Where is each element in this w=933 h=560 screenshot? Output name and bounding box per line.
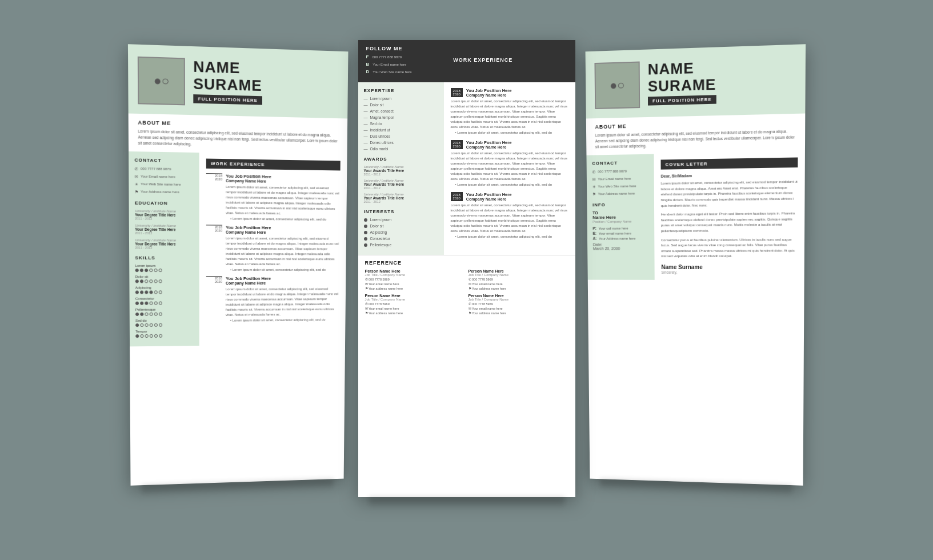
card3-info: INFO TO Name Here Position / Company Nam… <box>592 202 649 251</box>
skill-item: Sed do <box>135 318 194 327</box>
skill-item: Dolor sit <box>135 275 193 283</box>
skill-dot <box>139 280 143 283</box>
skill-dot <box>158 269 162 272</box>
resume-card-2: FOLLOW ME F000 7777 888 9879BYour Email … <box>358 40 575 497</box>
skill-dot <box>145 302 148 305</box>
skill-dot <box>135 334 139 338</box>
skill-dot <box>135 313 139 316</box>
skill-dot <box>154 302 157 305</box>
skill-dot <box>145 269 148 272</box>
interest-item: Consectetur <box>364 237 438 241</box>
skill-dot <box>154 323 157 327</box>
award-item: University / Institute NameYour Awards T… <box>364 193 438 203</box>
card1-education: EDUCATION University / Institute Name Yo… <box>134 201 193 250</box>
skill-dot <box>159 334 162 338</box>
camera-icon-3: ●○ <box>610 78 624 93</box>
award-item: University / Institute NameYour Awards T… <box>364 179 438 190</box>
interest-item: Adipiscing <box>364 230 438 234</box>
contact-email: ✉ Your Email name here <box>134 174 193 181</box>
award-item: University / Institute NameYour Awards T… <box>364 165 438 176</box>
card3-name: NAME SURAME <box>647 59 716 94</box>
expertise-item: —Donec ultrices <box>364 141 438 145</box>
resume-card-3: ●○ NAME SURAME FULL POSITION HERE ABOUT … <box>585 44 806 486</box>
skill-dot <box>154 269 157 272</box>
card3-photo: ●○ <box>594 62 640 109</box>
card1-name-area: NAME SURAME FULL POSITION HERE <box>193 58 262 105</box>
skill-dot <box>135 291 138 294</box>
skill-dot <box>154 313 157 316</box>
contact-phone: ✆ 000 7777 888 9879 <box>134 166 193 173</box>
ref-item: Person Name Here Job Title / Company Nam… <box>365 294 465 315</box>
card3-name-area: NAME SURAME FULL POSITION HERE <box>647 59 716 106</box>
camera-icon: ●○ <box>153 73 169 89</box>
skill-dot <box>149 323 153 327</box>
ref-item: Person Name Here Job Title / Company Nam… <box>468 294 568 315</box>
skill-dot <box>135 323 139 327</box>
card3-about: ABOUT ME Lorem ipsum dolor sit amet, con… <box>586 114 805 155</box>
skill-dot <box>158 323 162 327</box>
follow-item: F000 7777 888 9879 <box>366 54 442 59</box>
skill-dot <box>158 302 162 305</box>
card1-two-col: CONTACT ✆ 000 7777 888 9879 ✉ Your Email… <box>129 151 347 346</box>
skill-item: Consectetur <box>135 297 193 305</box>
skill-dot <box>154 279 157 283</box>
contact-address: ⚑ Your Address name here <box>134 189 193 195</box>
card3-two-col: CONTACT ✆ 000 7777 888 9879 ✉ Your Email… <box>586 151 804 280</box>
card2-follow: FOLLOW ME F000 7777 888 9879BYour Email … <box>366 46 442 77</box>
expertise-item: —Odio morbi <box>364 147 438 151</box>
c2-work-entry: 20182020 You Job Position Here Company N… <box>451 192 568 238</box>
card2-work-header: WORK EXPERIENCE <box>453 57 567 65</box>
expertise-item: —Magna tempor <box>364 115 438 119</box>
skill-dot <box>145 291 148 294</box>
card2-right-panel: 20182020 You Job Position Here Company N… <box>444 82 575 255</box>
pin-icon-3: ⚑ <box>592 193 595 197</box>
skill-dot <box>149 313 153 316</box>
expertise-item: —Duis ultrices <box>364 134 438 138</box>
card1-left-col: CONTACT ✆ 000 7777 888 9879 ✉ Your Email… <box>129 151 199 346</box>
globe-icon: ☀ <box>134 182 138 187</box>
card2-body: EXPERTISE —Lorem ipsum—Dolor sit—Amet, c… <box>358 82 575 255</box>
card3-position-bar: FULL POSITION HERE <box>647 95 716 105</box>
contact-website: ☀ Your Web Site name here <box>134 182 193 188</box>
follow-item: DYour Web Site name here <box>366 69 442 74</box>
pin-icon: ⚑ <box>134 190 138 194</box>
expertise-item: —Lorem ipsum <box>364 97 438 101</box>
phone-icon-3: ✆ <box>592 170 595 175</box>
globe-icon-3: ☀ <box>592 185 595 190</box>
c2-work-entry: 20182020 You Job Position Here Company N… <box>451 88 568 134</box>
skill-dot <box>154 334 157 338</box>
work-entry: 20182020 You Job Position Here Company N… <box>206 276 339 322</box>
skill-dot <box>140 302 143 305</box>
c2-work-entry: 20182020 You Job Position Here Company N… <box>451 140 568 186</box>
interest-item: Pellentesque <box>364 243 438 247</box>
skill-dot <box>145 334 148 338</box>
card3-left-col: CONTACT ✆ 000 7777 888 9879 ✉ Your Email… <box>586 154 654 280</box>
work-entry: 20182020 You Job Position Here Company N… <box>206 225 339 272</box>
card1-contact: CONTACT ✆ 000 7777 888 9879 ✉ Your Email… <box>134 158 193 195</box>
card1-position-bar: FULL POSITION HERE <box>193 94 262 105</box>
skill-item: Lorem ipsum <box>135 264 193 272</box>
skill-dot <box>158 291 162 294</box>
card1-skills: SKILLS Lorem ipsumDolor sitAdipiscingCon… <box>135 255 193 338</box>
skill-dot <box>158 279 162 283</box>
email-icon-3: ✉ <box>592 178 595 182</box>
card1-work: WORK EXPERIENCE 20182020 You Job Positio… <box>206 159 340 322</box>
skill-dot <box>139 269 143 272</box>
work-entry: 20182020 You Job Position Here Company N… <box>206 173 340 221</box>
skill-dot <box>149 334 153 338</box>
card2-header: FOLLOW ME F000 7777 888 9879BYour Email … <box>358 40 575 82</box>
card3-contact: CONTACT ✆ 000 7777 888 9879 ✉ Your Email… <box>592 160 648 197</box>
phone-icon: ✆ <box>134 167 138 171</box>
edu-item-2: University / Institute Name Your Degree … <box>135 224 193 235</box>
interest-item: Dolor sit <box>364 224 438 228</box>
expertise-item: —Amet, consect <box>364 109 438 113</box>
skill-dot <box>149 291 153 294</box>
skill-dot <box>149 279 153 283</box>
card2-left-panel: EXPERTISE —Lorem ipsum—Dolor sit—Amet, c… <box>358 82 444 255</box>
card1-about: ABOUT ME Lorem ipsum dolor sit amet, con… <box>128 114 347 155</box>
skill-dot <box>158 313 162 316</box>
follow-item: BYour Email name here <box>366 62 442 67</box>
skill-dot <box>140 291 143 294</box>
card3-header: ●○ NAME SURAME FULL POSITION HERE <box>585 44 806 118</box>
skill-dot <box>140 313 143 316</box>
